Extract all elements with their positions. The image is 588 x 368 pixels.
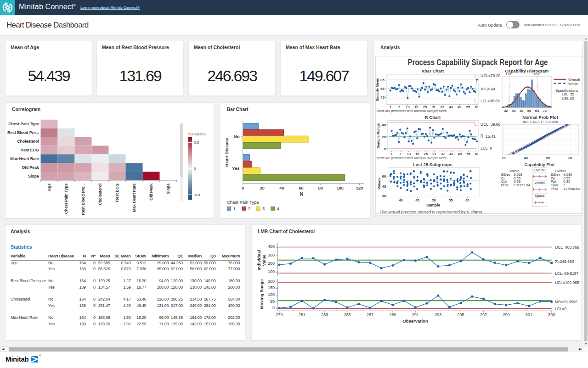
svg-text:20: 20 (260, 185, 264, 190)
svg-text:0.5: 0.5 (194, 140, 199, 145)
svg-text:300: 300 (268, 253, 275, 257)
svg-text:45: 45 (382, 184, 386, 189)
svg-text:55: 55 (380, 87, 384, 91)
svg-text:The actual process spread is r: The actual process spread is represented… (379, 209, 483, 214)
svg-text:Max Heart Rate: Max Heart Rate (10, 156, 39, 161)
svg-text:UCL=70.20: UCL=70.20 (481, 73, 501, 78)
svg-text:40: 40 (524, 156, 528, 160)
svg-text:61: 61 (475, 105, 479, 109)
svg-text:137752.64: 137752.64 (514, 183, 530, 187)
svg-text:R Chart: R Chart (425, 115, 441, 120)
svg-text:Observation: Observation (402, 318, 428, 323)
svg-text:25: 25 (424, 152, 428, 156)
svg-text:137068.58: 137068.58 (564, 187, 580, 191)
svg-text:Within: Within (568, 82, 578, 86)
svg-text:301: 301 (526, 312, 532, 317)
svg-text:287: 287 (367, 312, 373, 317)
svg-text:Moving Range: Moving Range (259, 279, 264, 309)
svg-text:Chest Pain Type: Chest Pain Type (227, 200, 259, 205)
svg-text:50: 50 (270, 299, 275, 304)
svg-text:3: 3 (262, 206, 265, 211)
svg-text:120: 120 (356, 185, 362, 190)
svg-text:1: 1 (391, 152, 393, 156)
svg-text:80: 80 (318, 185, 322, 190)
svg-text:Yes: Yes (232, 165, 239, 170)
svg-text:100: 100 (268, 292, 275, 297)
svg-text:Values: Values (377, 178, 381, 190)
svg-text:50: 50 (432, 198, 436, 202)
svg-text:Slope: Slope (28, 173, 39, 178)
svg-text:0: 0 (241, 185, 243, 190)
svg-text:37: 37 (441, 152, 445, 156)
svg-text:Rest Blood Pre...: Rest Blood Pre... (7, 130, 39, 135)
svg-text:LCL=0: LCL=0 (481, 146, 492, 151)
svg-text:Sample Range: Sample Range (376, 123, 380, 149)
svg-text:Correlation: Correlation (188, 132, 206, 136)
svg-text:Rest Blood Pre...: Rest Blood Pre... (81, 184, 85, 215)
svg-text:USL: USL (562, 96, 569, 100)
svg-text:200: 200 (268, 279, 275, 284)
svg-text:293: 293 (435, 312, 441, 317)
svg-text:Chest Pain Type: Chest Pain Type (8, 122, 39, 126)
svg-text:49: 49 (458, 105, 461, 109)
svg-text:150: 150 (268, 285, 275, 290)
svg-text:PPM: PPM (501, 183, 509, 187)
svg-text:LCL=38.68: LCL=38.68 (481, 99, 500, 103)
svg-text:Cholesterol: Cholesterol (17, 139, 39, 144)
svg-text:N: N (300, 192, 303, 197)
svg-text:100: 100 (268, 269, 275, 274)
svg-text:Xbar Chart: Xbar Chart (422, 68, 444, 73)
svg-text:1: 1 (233, 206, 235, 211)
svg-text:64: 64 (535, 109, 539, 113)
svg-text:Chest Pain Type: Chest Pain Type (64, 183, 68, 214)
svg-text:2: 2 (248, 206, 250, 211)
svg-text:Rest ECG: Rest ECG (21, 148, 39, 152)
svg-text:60: 60 (465, 198, 469, 202)
svg-text:291: 291 (412, 312, 419, 317)
svg-text:40: 40 (382, 123, 386, 127)
svg-text:281: 281 (299, 312, 305, 317)
svg-text:60: 60 (382, 174, 386, 178)
svg-text:USL: USL (534, 72, 541, 76)
svg-text:297: 297 (480, 312, 487, 317)
svg-text:60: 60 (546, 156, 550, 160)
svg-text:UCL=39.66: UCL=39.66 (481, 122, 501, 127)
svg-text:Capability Plot: Capability Plot (525, 162, 555, 167)
svg-text:30: 30 (382, 194, 386, 198)
svg-text:289: 289 (389, 312, 396, 317)
svg-text:Overall: Overall (568, 78, 580, 82)
svg-text:No: No (233, 134, 239, 139)
svg-text:4: 4 (277, 206, 279, 211)
svg-text:0: 0 (194, 167, 196, 171)
svg-text:Sample: Sample (426, 203, 441, 207)
svg-text:LCL=89.6197: LCL=89.6197 (555, 271, 579, 276)
svg-text:49: 49 (458, 152, 462, 156)
svg-text:LCL=0: LCL=0 (555, 307, 567, 311)
svg-text:43: 43 (449, 152, 453, 156)
svg-text:Age: Age (47, 183, 51, 191)
svg-text:Value: Value (261, 255, 266, 266)
svg-text:31: 31 (432, 152, 436, 156)
svg-text:7: 7 (399, 152, 401, 156)
svg-text:32: 32 (504, 109, 508, 113)
svg-text:Rest ECG: Rest ECG (115, 183, 119, 201)
svg-text:Process Capability Sixpack Rep: Process Capability Sixpack Report for Ag… (408, 58, 548, 67)
svg-text:55: 55 (466, 105, 470, 109)
svg-text:Overall: Overall (534, 168, 546, 172)
svg-text:Old Peak: Old Peak (22, 165, 40, 169)
svg-text:48: 48 (520, 109, 523, 113)
svg-text:80: 80 (568, 156, 572, 160)
svg-text:Individual: Individual (256, 250, 261, 270)
svg-text:PPM: PPM (551, 187, 558, 191)
svg-text:40: 40 (279, 185, 284, 190)
svg-text:400: 400 (268, 244, 275, 249)
svg-text:Tests are performed with unequ: Tests are performed with unequal sample … (377, 156, 447, 160)
svg-text:Slope: Slope (166, 183, 170, 194)
svg-text:60: 60 (299, 185, 303, 190)
svg-text:303: 303 (548, 312, 555, 317)
svg-text:Last 25 Subgroups: Last 25 Subgroups (413, 162, 452, 167)
svg-text:295: 295 (458, 312, 464, 317)
svg-text:R=15.41: R=15.41 (481, 134, 496, 139)
svg-text:40: 40 (399, 198, 402, 202)
svg-text:56: 56 (527, 109, 531, 113)
